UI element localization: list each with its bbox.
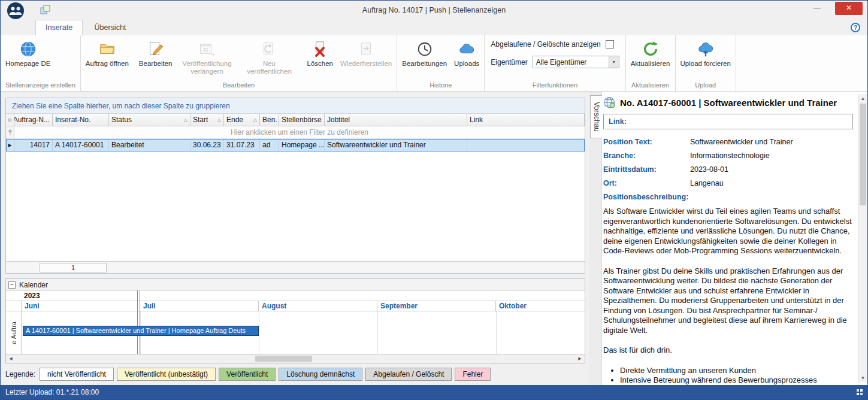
open-order-button[interactable]: Auftrag öffnen [82,37,132,69]
hscroll-track[interactable] [16,354,575,363]
title-bar: Auftrag No. 14017 | Push | Stellenanzeig… [1,1,867,20]
preview-link-box: Link: [603,114,853,129]
ribbon-group-filter: Abgelaufene / Gelöschte anzeigen Eigentü… [485,35,625,91]
column-header-link[interactable]: Link [467,114,585,126]
preview-title: No. A14017-60001 | Softwareentwickler un… [620,98,837,108]
pager-page-number[interactable]: 1 [40,263,107,272]
grid-pager: 1 [6,261,585,273]
calendar-body: e Auftra A 14017-60001 | Softwareentwick… [6,311,585,354]
collapse-icon[interactable]: − [8,281,16,289]
cell-ben: ad [260,139,279,151]
cell-stellenboerse: Homepage ... [279,139,325,151]
extend-publication-button[interactable]: 31 Veröffentlichung verlängern [176,37,238,77]
edit-button[interactable]: Bearbeiten [135,37,176,69]
column-header-inserat[interactable]: Inserat-No. [53,114,109,126]
row-arrow-icon: ▶ [8,143,11,148]
scroll-up-icon[interactable]: ▲ [858,94,867,103]
ribbon-group-label-filter: Filterfunktionen [485,80,625,91]
grid-corner-cell[interactable] [6,114,14,126]
restore-icon [357,40,375,58]
expired-checkbox[interactable] [606,40,614,49]
month-juli: Juli [140,301,259,311]
month-september: September [377,301,496,311]
minimize-button[interactable]: — [805,2,829,15]
republish-button[interactable]: Neu veröffentlichen [238,37,300,77]
month-juni: Juni [22,301,140,311]
hscroll-thumb[interactable] [255,356,312,362]
sort-asc-icon: △ [217,117,221,123]
vscroll-thumb[interactable] [860,104,866,205]
globe-icon [19,40,37,58]
homepage-de-button[interactable]: Homepage DE [2,37,54,69]
field-branche: Branche: Informationstechnologie [603,151,853,160]
today-marker [140,290,140,354]
cloud-icon [458,40,476,58]
legend-item-loeschung-demnaechst: Löschung demnächst [279,368,362,381]
column-header-stellenboerse[interactable]: Stellenbörse [279,114,325,126]
scroll-down-icon[interactable]: ▼ [858,374,867,383]
column-header-start[interactable]: Start△ [190,114,224,126]
cell-ende: 31.07.23 [224,139,260,151]
column-header-ende[interactable]: Ende△ [224,114,260,126]
owner-dropdown[interactable]: Alle Eigentümer ▼ [533,56,619,68]
edit-pencil-icon [147,40,165,58]
ribbon-group-label-upload: Upload [676,80,736,91]
list-item: Direkte Vermittlung an unseren Kunden [620,366,853,376]
group-by-bar[interactable]: Ziehen Sie eine Spalte hierher, um nach … [6,98,585,114]
calendar-label-column-border [6,311,22,354]
calendar-year: 2023 [6,291,585,301]
filter-hint[interactable]: Hier anklicken um einen Filter zu defini… [14,126,585,138]
globe-page-icon [603,96,615,108]
calendar-header: − Kalender [6,279,585,291]
tab-inserate[interactable]: Inserate [35,20,83,35]
cell-start: 30.06.23 [190,139,224,151]
calendar-event-bar[interactable]: A 14017-60001 | Softwareentwickler und T… [23,326,259,336]
calendar-month-row: Juni Juli August September Oktober [6,301,585,311]
calendar-panel: − Kalender 2023 Juni Juli August Septemb… [5,278,585,363]
preview-tab-strip: Vorschau [589,92,602,385]
scroll-right-icon[interactable]: ▶ [575,354,585,363]
force-upload-button[interactable]: Upload forcieren [677,37,734,69]
tab-uebersicht[interactable]: Übersicht [85,20,136,36]
uploads-button[interactable]: Uploads [450,37,483,69]
revisions-button[interactable]: Bearbeitungen [398,37,450,69]
column-header-status[interactable]: Status△ [109,114,190,126]
month-divider [259,311,259,354]
column-header-jobtitel[interactable]: Jobtitel [325,114,467,126]
close-button[interactable]: ✕ [835,2,863,15]
tab-vorschau[interactable]: Vorschau [590,95,602,138]
cloud-upload-icon [697,40,715,58]
calendar-extend-icon: 31 [198,40,216,58]
field-ort: Ort: Langenau [603,179,853,187]
chevron-down-icon[interactable]: ▼ [609,56,619,68]
delete-button[interactable]: Löschen [303,37,336,69]
status-grid-icon [855,388,864,396]
filter-pin-cell[interactable] [6,126,14,138]
cell-status: Bearbeitet [109,139,190,151]
refresh-button[interactable]: Aktualisieren [627,37,674,69]
svg-text:31: 31 [203,47,209,53]
month-divider [496,311,497,354]
ribbon-group-label-create: Stellenanzeige erstellen [1,80,80,91]
legend-item-veroeffentlicht: Veröffentlicht [219,368,276,381]
list-item: Intensive Betreuung während des Bewerbun… [620,375,853,385]
calendar-hscrollbar[interactable]: ◀ ▶ [6,354,585,363]
column-header-auftrag[interactable]: Auftrag-N... [14,114,53,126]
restore-button[interactable]: Wiederherstellen [337,37,395,69]
legend-item-veroeffentlicht-unbestaetigt: Veröffentlicht (unbestätigt) [117,368,216,381]
ribbon-group-create: Homepage DE Stellenanzeige erstellen [1,35,81,91]
description-paragraph-3: Das ist für dich drin. [603,346,853,356]
app-window: Auftrag No. 14017 | Push | Stellenanzeig… [0,0,868,400]
grid-filter-row[interactable]: Hier anklicken um einen Filter zu defini… [6,126,585,139]
column-header-ben[interactable]: Ben. [260,114,279,126]
scroll-left-icon[interactable]: ◀ [6,354,16,363]
ribbon-group-label-refresh: Aktualisieren [626,80,675,91]
refresh-icon [642,40,660,58]
benefits-list: Direkte Vermittlung an unseren Kunden In… [620,366,853,386]
legend-bar: Legende: nicht Veröffentlicht Veröffentl… [5,367,585,381]
preview-panel: Vorschau No. A14017-60001 | Softwareentw… [589,92,867,385]
help-icon[interactable]: ? [851,23,860,32]
expired-checkbox-label: Abgelaufene / Gelöschte anzeigen [491,40,600,49]
table-row-selected[interactable]: ▶ 14017 A 14017-60001 Bearbeitet 30.06.2… [6,139,585,151]
preview-vscrollbar[interactable]: ▲ ▼ [858,94,867,383]
